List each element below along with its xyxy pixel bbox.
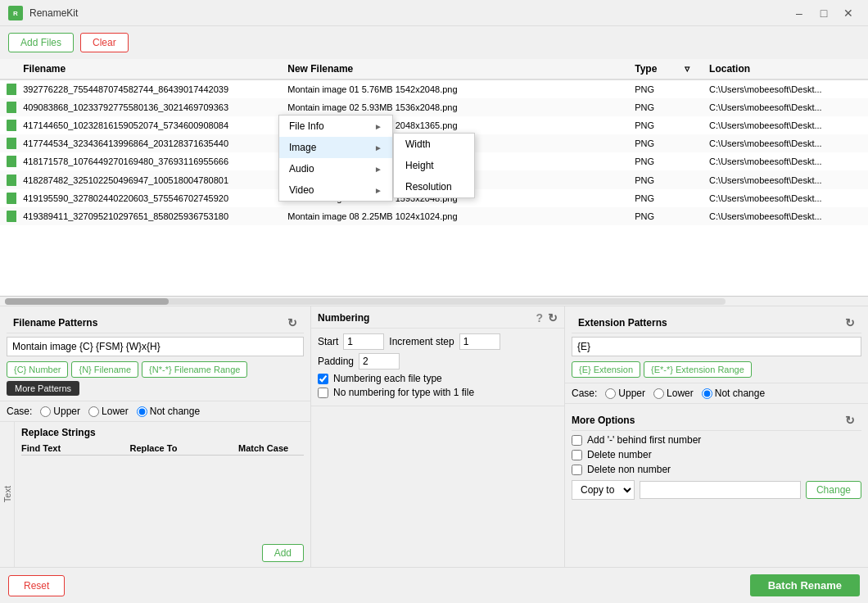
more-options-refresh[interactable]: ↻: [845, 414, 855, 427]
ext-case-upper-label[interactable]: Upper: [605, 388, 645, 399]
btn-more-patterns[interactable]: More Patterns: [7, 381, 79, 396]
minimize-button[interactable]: –: [788, 2, 811, 25]
start-input[interactable]: [343, 333, 384, 350]
row-type: PNG: [628, 152, 678, 170]
delete-number-label: Delete number: [587, 449, 652, 460]
btn-extension-pattern[interactable]: {E} Extension: [572, 361, 640, 378]
dropdown-video-label: Video: [289, 184, 314, 196]
copy-to-row: Copy to Move to Change: [572, 480, 861, 500]
numbering-each-type-checkbox[interactable]: [318, 374, 328, 384]
delete-non-number-checkbox[interactable]: [572, 465, 582, 475]
row-type: PNG: [628, 189, 678, 207]
ext-case-not-change-label[interactable]: Not change: [702, 388, 765, 399]
row-icon: [0, 98, 16, 116]
right-panel: Extension Patterns ↻ {E} {E} Extension {…: [565, 306, 868, 567]
delete-non-number-label: Delete non number: [587, 464, 671, 475]
row-icon: [0, 189, 16, 207]
row-filename: 417144650_10232816159052074_573460090808…: [16, 116, 281, 134]
row-type: PNG: [628, 170, 678, 188]
row-location: C:\Users\mobeesoft\Deskt...: [703, 189, 868, 207]
clear-button[interactable]: Clear: [80, 33, 129, 52]
add-files-button[interactable]: Add Files: [8, 33, 74, 52]
replace-table-header: Find Text Replace To Match Case: [21, 442, 304, 456]
filename-patterns-section: Filename Patterns ↻ Montain image {C} {F…: [0, 306, 310, 401]
dropdown-item-audio[interactable]: Audio ►: [279, 158, 392, 179]
table-row[interactable]: 417144650_10232816159052074_573460090808…: [0, 116, 868, 134]
change-button[interactable]: Change: [806, 481, 861, 499]
delete-non-number-row: Delete non number: [572, 464, 861, 475]
case-lower-label[interactable]: Lower: [88, 406, 129, 417]
horizontal-scrollbar[interactable]: [5, 298, 726, 305]
copy-to-input[interactable]: [640, 481, 801, 499]
no-numbering-single-checkbox[interactable]: [318, 388, 328, 398]
btn-extension-range-pattern[interactable]: {E*-*} Extension Range: [644, 361, 752, 378]
more-options-section: More Options ↻ Add '-' behind first numb…: [565, 404, 868, 567]
padding-row: Padding: [318, 353, 558, 370]
padding-input[interactable]: [359, 353, 400, 370]
more-patterns-dropdown: File Info ► Image ► Audio ► Video ►: [278, 115, 393, 202]
case-upper-radio[interactable]: [40, 406, 51, 417]
btn-number-pattern[interactable]: {C} Number: [7, 361, 68, 378]
ext-case-not-change-radio[interactable]: [702, 388, 712, 399]
replace-strings-section: Replace Strings Find Text Replace To Mat…: [15, 422, 310, 567]
submenu-item-resolution[interactable]: Resolution: [394, 176, 474, 197]
table-row[interactable]: 409083868_10233792775580136_302146970936…: [0, 98, 868, 116]
pattern-buttons: {C} Number {N} Filename {N*-*} Filename …: [7, 361, 304, 396]
filename-patterns-refresh[interactable]: ↻: [287, 316, 297, 329]
ext-case-lower-label[interactable]: Lower: [653, 388, 694, 399]
numbering-each-type-row: Numbering each file type: [318, 373, 558, 384]
table-row[interactable]: 419389411_327095210297651_85802593675318…: [0, 207, 868, 225]
row-type: PNG: [628, 134, 678, 152]
case-lower-radio[interactable]: [88, 406, 99, 417]
case-label: Case:: [7, 406, 32, 417]
row-location: C:\Users\mobeesoft\Deskt...: [703, 98, 868, 116]
ext-case-upper-radio[interactable]: [605, 388, 616, 399]
dropdown-fileinfo-arrow: ►: [374, 122, 382, 131]
col-header-filter[interactable]: ▿: [678, 59, 703, 79]
start-label: Start: [318, 336, 338, 347]
add-dash-checkbox[interactable]: [572, 435, 582, 446]
dropdown-item-image[interactable]: Image ►: [279, 137, 392, 158]
more-options-title: More Options: [572, 415, 635, 426]
no-numbering-single-label: No numbering for type with 1 file: [333, 387, 474, 398]
col-header-icon: [0, 59, 16, 79]
copy-to-select[interactable]: Copy to Move to: [572, 480, 635, 500]
replace-add-button[interactable]: Add: [262, 544, 304, 562]
reset-button[interactable]: Reset: [8, 575, 65, 596]
col-find-text: Find Text: [21, 443, 130, 453]
btn-filename-range-pattern[interactable]: {N*-*} Filename Range: [142, 361, 247, 378]
step-label: Increment step: [389, 336, 454, 347]
bottom-panels: Filename Patterns ↻ Montain image {C} {F…: [0, 306, 868, 567]
dropdown-item-video[interactable]: Video ►: [279, 179, 392, 201]
extension-pattern-input[interactable]: {E}: [572, 337, 861, 356]
step-input[interactable]: [459, 333, 500, 350]
dropdown-audio-label: Audio: [289, 163, 314, 175]
row-newfilename: Montain image 02 5.93MB 1536x2048.png: [281, 98, 628, 116]
row-location: C:\Users\mobeesoft\Deskt...: [703, 207, 868, 225]
submenu-item-width[interactable]: Width: [394, 134, 474, 155]
case-not-change-radio[interactable]: [137, 406, 147, 417]
numbering-help-icon[interactable]: ?: [536, 311, 543, 324]
svg-text:R: R: [13, 10, 18, 17]
row-filter: [678, 170, 703, 188]
submenu-item-height[interactable]: Height: [394, 155, 474, 176]
case-not-change-label[interactable]: Not change: [137, 406, 200, 417]
btn-filename-pattern[interactable]: {N} Filename: [71, 361, 138, 378]
delete-number-checkbox[interactable]: [572, 450, 582, 460]
ext-case-label: Case:: [572, 388, 597, 399]
extension-patterns-refresh[interactable]: ↻: [845, 316, 855, 329]
numbering-title: Numbering: [318, 312, 369, 324]
close-button[interactable]: ✕: [837, 2, 860, 25]
add-dash-row: Add '-' behind first number: [572, 434, 861, 446]
dropdown-item-fileinfo[interactable]: File Info ►: [279, 116, 392, 137]
table-row[interactable]: 392776228_7554487074582744_8643901744203…: [0, 79, 868, 98]
row-icon: [0, 152, 16, 170]
table-header-row: Filename New Filename Type ▿ Location: [0, 59, 868, 79]
batch-rename-button[interactable]: Batch Rename: [750, 574, 860, 596]
numbering-refresh[interactable]: ↻: [548, 311, 558, 324]
filename-pattern-input[interactable]: Montain image {C} {FSM} {W}x{H}: [7, 337, 304, 356]
extension-patterns-section: Extension Patterns ↻ {E} {E} Extension {…: [565, 306, 868, 383]
maximize-button[interactable]: □: [812, 2, 835, 25]
ext-case-lower-radio[interactable]: [653, 388, 664, 399]
case-upper-label[interactable]: Upper: [40, 406, 80, 417]
